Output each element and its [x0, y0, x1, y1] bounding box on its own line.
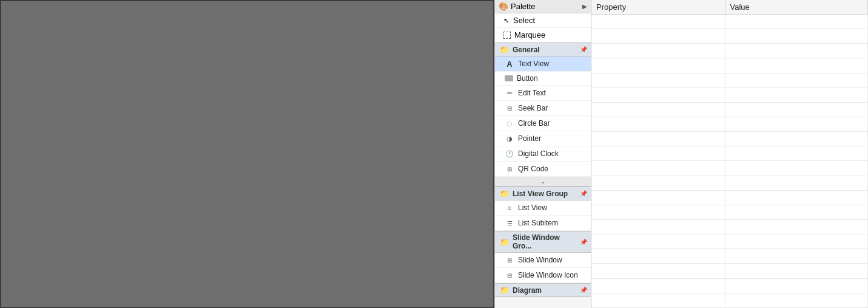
value-column-header: Value — [725, 0, 868, 15]
seek-bar-label: Seek Bar — [518, 104, 548, 112]
canvas-area — [0, 0, 494, 308]
table-row — [591, 219, 868, 234]
table-row — [591, 146, 868, 161]
table-row — [591, 234, 868, 249]
item-list-view[interactable]: ≡ List View — [495, 200, 591, 216]
circle-bar-icon: ◌ — [505, 118, 514, 128]
table-row — [591, 44, 868, 58]
text-view-icon: A — [505, 59, 514, 69]
group-diagram-label: Diagram — [513, 286, 542, 295]
pin-icon-slide-window: 📌 — [580, 239, 587, 245]
select-icon: ↖ — [503, 16, 510, 25]
item-edit-text[interactable]: ✏ Edit Text — [495, 86, 591, 101]
table-row — [591, 264, 868, 278]
table-row — [591, 132, 868, 146]
table-row — [591, 15, 868, 29]
item-text-view[interactable]: A Text View — [495, 56, 591, 72]
table-row — [591, 278, 868, 293]
pointer-label: Pointer — [518, 134, 541, 143]
slide-window-icon: ⊞ — [505, 255, 514, 265]
slide-window-icon-label: Slide Window Icon — [518, 271, 578, 279]
button-icon — [505, 75, 513, 81]
text-view-label: Text View — [518, 60, 549, 68]
item-pointer[interactable]: ◑ Pointer — [495, 131, 591, 146]
button-label: Button — [517, 74, 538, 83]
slide-window-icon-icon: ⊟ — [505, 270, 514, 280]
qr-code-icon: ⊞ — [505, 164, 514, 174]
item-qr-code[interactable]: ⊞ QR Code — [495, 162, 591, 177]
properties-table: Property Value — [591, 0, 868, 308]
tool-select[interactable]: ↖ Select — [495, 13, 591, 28]
group-slide-window[interactable]: 📁 Slide Window Gro... 📌 — [495, 231, 591, 253]
pointer-icon: ◑ — [505, 134, 514, 143]
pin-icon-general: 📌 — [580, 46, 587, 53]
folder-icon-diagram: 📁 — [500, 286, 510, 295]
palette-icon: 🎨 — [499, 2, 508, 11]
circle-bar-label: Circle Bar — [518, 119, 550, 128]
properties-panel: Property Value — [591, 0, 868, 308]
qr-code-label: QR Code — [518, 165, 548, 173]
group-general[interactable]: 📁 General 📌 — [495, 43, 591, 56]
slide-window-label: Slide Window — [518, 256, 562, 264]
digital-clock-icon: 🕐 — [505, 149, 514, 159]
edit-text-label: Edit Text — [518, 89, 546, 97]
item-seek-bar[interactable]: ⊟ Seek Bar — [495, 101, 591, 116]
seek-bar-icon: ⊟ — [505, 103, 514, 113]
table-row — [591, 58, 868, 73]
marquee-label: Marquee — [514, 30, 545, 39]
table-row — [591, 117, 868, 131]
table-row — [591, 161, 868, 176]
group-list-view-label: List View Group — [513, 190, 568, 198]
table-row — [591, 102, 868, 117]
item-slide-window-icon[interactable]: ⊟ Slide Window Icon — [495, 268, 591, 283]
marquee-icon — [503, 32, 511, 39]
list-view-label: List View — [518, 204, 547, 212]
table-row — [591, 190, 868, 205]
table-row — [591, 73, 868, 87]
table-row — [591, 176, 868, 190]
digital-clock-label: Digital Clock — [518, 149, 559, 158]
list-subitem-icon: ☰ — [505, 218, 514, 228]
property-column-header: Property — [591, 0, 725, 15]
group-slide-window-label: Slide Window Gro... — [513, 233, 580, 250]
folder-icon-general: 📁 — [500, 45, 510, 54]
table-row — [591, 205, 868, 219]
item-list-subitem[interactable]: ☰ List Subitem — [495, 216, 591, 231]
edit-text-icon: ✏ — [505, 88, 514, 98]
folder-icon-list-view: 📁 — [500, 189, 510, 198]
palette-header[interactable]: 🎨 Palette ▶ — [495, 0, 591, 13]
table-row — [591, 249, 868, 264]
table-row — [591, 29, 868, 44]
palette-expand-icon: ▶ — [582, 3, 587, 10]
item-button[interactable]: Button — [495, 72, 591, 86]
group-list-view[interactable]: 📁 List View Group 📌 — [495, 187, 591, 200]
collapse-arrow-icon: ⌄ — [540, 178, 545, 185]
item-digital-clock[interactable]: 🕐 Digital Clock — [495, 146, 591, 162]
group-general-label: General — [513, 46, 540, 54]
scroll-indicator[interactable]: ⌄ — [495, 177, 591, 187]
item-circle-bar[interactable]: ◌ Circle Bar — [495, 116, 591, 131]
item-slide-window[interactable]: ⊞ Slide Window — [495, 253, 591, 268]
palette-panel: 🎨 Palette ▶ ↖ Select Marquee 📁 General 📌… — [494, 0, 591, 308]
list-subitem-label: List Subitem — [518, 219, 558, 227]
pin-icon-list-view: 📌 — [580, 190, 587, 197]
select-label: Select — [513, 16, 535, 25]
table-row — [591, 87, 868, 102]
palette-header-label: Palette — [511, 2, 535, 11]
group-diagram[interactable]: 📁 Diagram 📌 — [495, 283, 591, 297]
pin-icon-diagram: 📌 — [580, 287, 587, 293]
table-row — [591, 293, 868, 307]
tool-marquee[interactable]: Marquee — [495, 28, 591, 43]
list-view-icon: ≡ — [505, 203, 514, 213]
folder-icon-slide-window: 📁 — [500, 238, 510, 247]
